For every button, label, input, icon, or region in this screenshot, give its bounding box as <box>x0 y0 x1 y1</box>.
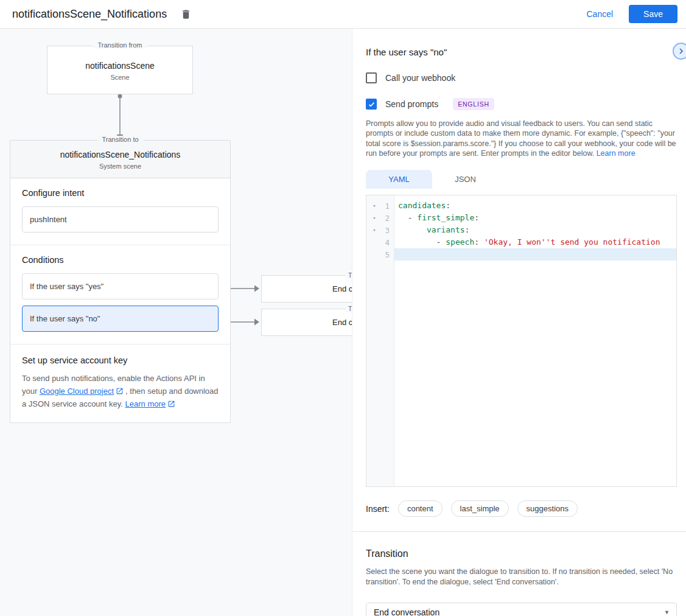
editor-format-tabs: YAML JSON <box>366 170 677 189</box>
trash-icon <box>180 9 192 20</box>
code-line-active <box>394 248 676 261</box>
webhook-checkbox[interactable] <box>366 72 377 83</box>
condition-item-no[interactable]: If the user says "no" <box>22 306 219 332</box>
scene-card-subtitle: System scene <box>16 163 224 170</box>
configure-intent-label: Configure intent <box>22 188 219 198</box>
intent-item[interactable]: pushIntent <box>22 206 219 233</box>
end-node-label: End c <box>332 318 352 327</box>
end-node-1[interactable]: Tr End c <box>261 275 352 303</box>
page-title: notificationsScene_Notifications <box>12 8 167 21</box>
scene-card-header: notificationsScene_Notifications System … <box>10 141 230 178</box>
send-prompts-checkbox[interactable] <box>366 99 377 110</box>
chevron-right-icon <box>676 46 686 56</box>
external-link-icon <box>167 400 175 408</box>
topbar: notificationsScene_Notifications Cancel … <box>0 0 686 29</box>
transition-from-tag: Transition from <box>93 41 147 49</box>
transition-heading: Transition <box>366 548 677 559</box>
line-number: 1 <box>380 201 390 211</box>
line-number: 2 <box>380 214 390 223</box>
line-number: 4 <box>380 238 390 247</box>
save-button[interactable]: Save <box>629 5 677 23</box>
insert-label: Insert: <box>366 504 390 514</box>
language-badge: ENGLISH <box>453 98 494 110</box>
editor-code-area[interactable]: candidates: - first_simple: variants: - … <box>394 195 676 486</box>
google-cloud-project-link[interactable]: Google Cloud project <box>40 387 114 396</box>
insert-suggestions-chip[interactable]: suggestions <box>517 500 578 517</box>
code-line: - first_simple: <box>394 212 676 224</box>
scene-node-from[interactable]: Transition from notificationsScene Scene <box>47 46 193 94</box>
delete-scene-button[interactable] <box>179 7 193 21</box>
learn-more-link[interactable]: Learn more <box>125 399 166 408</box>
line-number: 3 <box>380 226 390 235</box>
condition-editor-panel: If the user says "no" Call your webhook … <box>352 29 686 616</box>
end-node-tag: Tr <box>346 271 352 279</box>
tab-yaml[interactable]: YAML <box>366 170 432 189</box>
prompts-learn-more-link[interactable]: Learn more <box>597 149 635 158</box>
end-node-2[interactable]: Tr End c <box>261 309 352 336</box>
send-prompts-checkbox-row[interactable]: Send prompts ENGLISH <box>366 98 677 110</box>
end-node-label: End c <box>332 284 352 293</box>
scene-card-title: notificationsScene_Notifications <box>16 150 224 159</box>
insert-row: Insert: content last_simple suggestions <box>366 500 677 517</box>
conditions-label: Conditions <box>22 255 219 265</box>
transition-description: Select the scene you want the dialogue t… <box>366 567 677 587</box>
section-divider <box>352 531 686 532</box>
service-account-text: To send push notifications, enable the A… <box>22 373 219 410</box>
fold-icon[interactable]: ▾ <box>371 227 377 233</box>
fold-icon[interactable]: ▾ <box>371 215 377 221</box>
webhook-checkbox-row[interactable]: Call your webhook <box>366 72 677 83</box>
line-number: 5 <box>380 250 390 259</box>
yaml-prompt-editor[interactable]: ▾1 ▾2 ▾3 4 5 candidates: - first_simple:… <box>366 195 677 487</box>
scene-card: Transition to notificationsScene_Notific… <box>10 140 231 423</box>
intent-section: Configure intent pushIntent <box>10 178 230 245</box>
checkmark-icon <box>368 100 376 108</box>
scene-canvas[interactable]: Transition from notificationsScene Scene… <box>0 29 352 616</box>
from-node-subtitle: Scene <box>47 74 192 81</box>
code-line: - speech: 'Okay, I won''t send you notif… <box>394 236 676 248</box>
dropdown-caret-icon: ▼ <box>664 609 670 615</box>
condition-item-yes[interactable]: If the user says "yes" <box>22 273 219 299</box>
code-line: variants: <box>394 224 676 236</box>
prompts-description: Prompts allow you to provide audio and v… <box>366 119 677 158</box>
insert-content-chip[interactable]: content <box>398 500 443 517</box>
fold-icon[interactable]: ▾ <box>371 203 377 209</box>
code-line: candidates: <box>394 200 676 212</box>
collapse-panel-button[interactable] <box>673 43 686 60</box>
editor-gutter: ▾1 ▾2 ▾3 4 5 <box>366 195 394 486</box>
conditions-section: Conditions If the user says "yes" If the… <box>10 245 230 345</box>
transition-select[interactable]: End conversation ▼ <box>366 603 677 616</box>
insert-last-simple-chip[interactable]: last_simple <box>451 500 509 517</box>
tab-json[interactable]: JSON <box>432 170 499 189</box>
panel-title: If the user says "no" <box>366 47 447 57</box>
external-link-icon <box>116 387 124 395</box>
service-account-heading: Set up service account key <box>22 355 219 365</box>
webhook-label: Call your webhook <box>385 73 455 83</box>
service-account-section: Set up service account key To send push … <box>10 345 230 422</box>
cancel-button[interactable]: Cancel <box>576 4 623 24</box>
from-node-title: notificationsScene <box>47 61 192 71</box>
end-node-tag: Tr <box>346 305 352 312</box>
transition-to-tag: Transition to <box>97 136 143 143</box>
send-prompts-label: Send prompts <box>385 99 438 109</box>
transition-select-value: End conversation <box>374 607 439 616</box>
